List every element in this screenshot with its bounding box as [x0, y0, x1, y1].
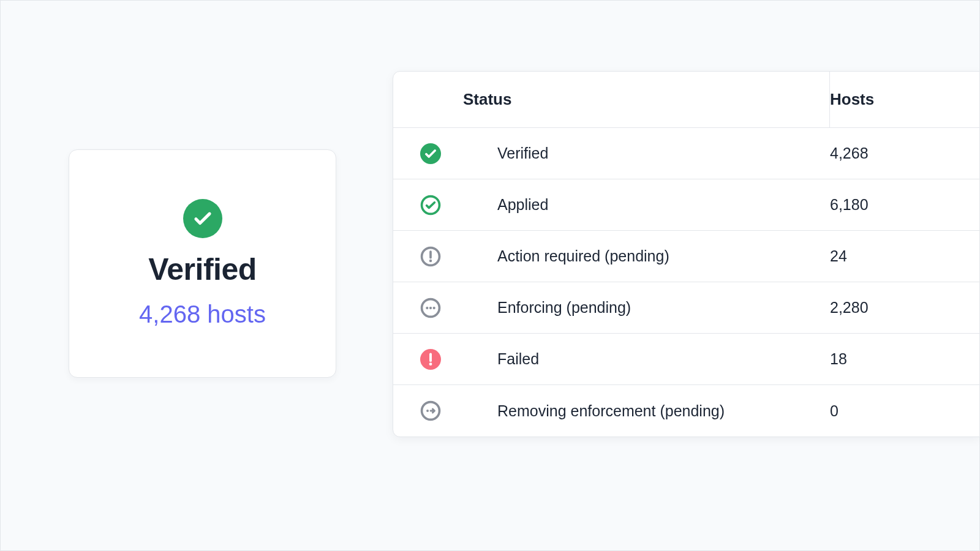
status-row-label: Action required (pending) — [463, 247, 830, 265]
status-table: Status Hosts Verified 4,268 Applied 6,18… — [393, 71, 980, 437]
status-row-label: Removing enforcement (pending) — [463, 402, 830, 420]
header-status-label: Status — [463, 90, 830, 109]
status-row[interactable]: Verified 4,268 — [393, 128, 979, 179]
svg-point-11 — [429, 362, 432, 365]
status-row-hosts: 2,280 — [830, 299, 952, 317]
alert-solid-icon — [420, 349, 441, 370]
status-row[interactable]: Applied 6,180 — [393, 179, 979, 231]
svg-point-7 — [429, 306, 432, 309]
status-row[interactable]: Action required (pending) 24 — [393, 231, 979, 282]
check-solid-icon — [420, 143, 441, 164]
status-row[interactable]: Failed 18 — [393, 334, 979, 385]
check-solid-icon — [183, 199, 222, 238]
status-table-header: Status Hosts — [393, 72, 979, 128]
svg-point-8 — [433, 306, 435, 309]
alert-outline-icon — [420, 246, 441, 267]
check-outline-icon — [420, 195, 441, 216]
summary-status-title: Verified — [148, 252, 257, 287]
dots-outline-icon — [420, 298, 441, 318]
header-hosts-label: Hosts — [830, 90, 952, 109]
dashboard-stage: Verified 4,268 hosts Status Hosts Verifi… — [0, 0, 980, 551]
arrow-outline-icon — [420, 400, 441, 421]
status-row-label: Enforcing (pending) — [463, 299, 830, 317]
svg-point-4 — [429, 259, 432, 262]
verified-summary-card[interactable]: Verified 4,268 hosts — [69, 149, 336, 378]
status-row-label: Verified — [463, 144, 830, 162]
status-row-hosts: 4,268 — [830, 144, 952, 162]
status-row-hosts: 6,180 — [830, 196, 952, 214]
status-row[interactable]: Enforcing (pending) 2,280 — [393, 282, 979, 334]
status-row-hosts: 0 — [830, 402, 952, 420]
summary-hosts-count: 4,268 hosts — [139, 301, 266, 328]
status-row-hosts: 24 — [830, 247, 952, 265]
svg-point-6 — [426, 306, 428, 309]
svg-point-13 — [426, 410, 429, 412]
status-row-label: Failed — [463, 350, 830, 368]
status-row-hosts: 18 — [830, 350, 952, 368]
status-row[interactable]: Removing enforcement (pending) 0 — [393, 385, 979, 437]
status-row-label: Applied — [463, 196, 830, 214]
